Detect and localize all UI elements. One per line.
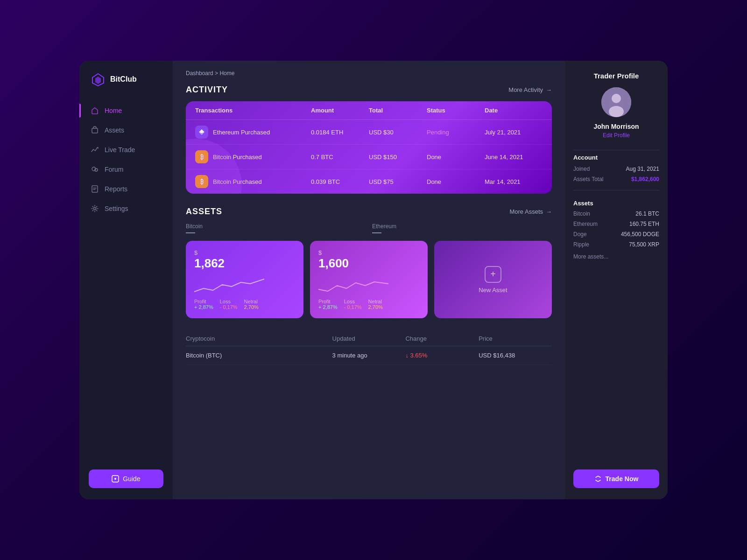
- tx-status-1: Done: [427, 154, 485, 161]
- asset-list-row-doge: Doge 456,500 DOGE: [573, 231, 659, 238]
- tx-total-1: USD $150: [369, 154, 427, 161]
- assets-grid: $ 1,862 Profit + 2,87% Loss - 0,17%: [186, 241, 552, 318]
- forum-icon: [91, 165, 99, 174]
- btc-currency: $: [194, 249, 295, 256]
- more-assets-link[interactable]: More assets...: [573, 253, 659, 260]
- ethereum-label: Ethereum: [372, 223, 552, 230]
- svg-rect-2: [92, 128, 98, 133]
- activity-header: ACTIVITY More Activity →: [186, 85, 552, 95]
- trade-icon: [594, 475, 602, 483]
- asset-value-bitcoin: 26.1 BTC: [635, 210, 659, 217]
- trader-name: John Morrison: [573, 123, 659, 130]
- new-asset-label: New Asset: [479, 287, 507, 294]
- home-icon: [91, 106, 99, 115]
- col-date: Date: [485, 107, 543, 114]
- account-joined-row: Joined Aug 31, 2021: [573, 166, 659, 172]
- asset-name-ripple: Ripple: [573, 241, 589, 248]
- account-assets-row: Assets Total $1,862,600: [573, 176, 659, 182]
- table-row: Ethereum Purchased 0.0184 ETH USD $30 Pe…: [186, 120, 552, 145]
- sidebar-item-settings[interactable]: Settings: [79, 200, 173, 217]
- tx-total-2: USD $75: [369, 178, 427, 185]
- asset-value-ethereum: 160.75 ETH: [629, 221, 659, 227]
- assets-total-value: $1,862,600: [631, 176, 659, 182]
- crypto-col-updated: Updated: [332, 335, 406, 342]
- crypto-col-price: Price: [479, 335, 552, 342]
- ethereum-card: $ 1,600 Profit + 2,87% Loss - 0,17%: [310, 241, 428, 318]
- divider-1: [573, 150, 659, 150]
- assets-icon: [91, 126, 99, 134]
- eth-currency: $: [318, 249, 419, 256]
- tx-name-btc1: ₿ Bitcoin Purchased: [195, 150, 311, 163]
- tx-name-btc2: ₿ Bitcoin Purchased: [195, 175, 311, 188]
- more-assets-link[interactable]: More Assets →: [509, 208, 552, 215]
- table-header-row: Transactions Amount Total Status Date: [186, 101, 552, 120]
- joined-label: Joined: [573, 166, 590, 172]
- asset-list-row-ethereum: Ethereum 160.75 ETH: [573, 221, 659, 227]
- asset-list-row-bitcoin: Bitcoin 26.1 BTC: [573, 210, 659, 217]
- crypto-change-0: ↓ 3.65%: [405, 352, 479, 359]
- tx-name-eth: Ethereum Purchased: [195, 126, 311, 139]
- eth-chart: [318, 275, 419, 294]
- more-activity-link[interactable]: More Activity →: [508, 86, 552, 93]
- bitcoin-label: Bitcoin: [186, 223, 366, 230]
- assets-header: ASSETS More Assets →: [186, 207, 552, 217]
- joined-value: Aug 31, 2021: [626, 166, 659, 172]
- sidebar-item-reports[interactable]: Reports: [79, 180, 173, 198]
- btc-coin-icon-2: ₿: [195, 175, 208, 188]
- tx-status-0: Pending: [427, 129, 485, 136]
- sidebar-item-home[interactable]: Home: [79, 102, 173, 119]
- col-status: Status: [427, 107, 485, 114]
- eth-coin-icon: [195, 126, 208, 139]
- tx-date-2: Mar 14, 2021: [485, 178, 543, 185]
- svg-rect-5: [92, 186, 98, 192]
- sidebar-item-forum[interactable]: Forum: [79, 161, 173, 178]
- trade-now-button[interactable]: Trade Now: [573, 469, 659, 488]
- asset-value-ripple: 75,500 XRP: [629, 241, 659, 248]
- crypto-price-0: USD $16,438: [479, 352, 552, 359]
- eth-profit: Profit + 2,87%: [318, 299, 338, 310]
- crypto-table-header: Cryptocoin Updated Change Price: [186, 331, 552, 346]
- tx-amount-0: 0.0184 ETH: [311, 129, 369, 136]
- crypto-updated-0: 3 minute ago: [332, 352, 406, 359]
- btc-profit: Profit + 2,87%: [194, 299, 213, 310]
- crypto-section: Cryptocoin Updated Change Price Bitcoin …: [186, 331, 552, 365]
- asset-list-row-ripple: Ripple 75,500 XRP: [573, 241, 659, 248]
- new-asset-card[interactable]: + New Asset: [434, 241, 552, 318]
- col-transactions: Transactions: [195, 107, 311, 114]
- activity-table: Transactions Amount Total Status Date Et…: [186, 101, 552, 194]
- btc-chart: [194, 275, 295, 294]
- right-panel: Trader Profile John Morrison Edit Profil…: [565, 61, 668, 499]
- avatar-container: [573, 87, 659, 117]
- svg-point-12: [612, 94, 621, 103]
- divider-2: [573, 190, 659, 190]
- nav-menu: Home Assets Live Trade: [79, 102, 173, 462]
- eth-netral: Netral 2,70%: [368, 299, 383, 310]
- btc-value: 1,862: [194, 256, 295, 271]
- guide-icon: [112, 475, 119, 483]
- asset-name-ethereum: Ethereum: [573, 221, 598, 227]
- assets-total-label: Assets Total: [573, 176, 603, 182]
- guide-button[interactable]: Guide: [89, 469, 163, 488]
- col-amount: Amount: [311, 107, 369, 114]
- avatar-image: [601, 87, 631, 117]
- logo: BitClub: [79, 72, 173, 102]
- asset-labels: Bitcoin Ethereum: [186, 223, 552, 238]
- tx-date-1: June 14, 2021: [485, 154, 543, 161]
- live-trade-icon: [91, 146, 99, 154]
- settings-icon: [91, 204, 99, 213]
- logo-icon: [91, 72, 106, 87]
- table-row: ₿ Bitcoin Purchased 0.039 BTC USD $75 Do…: [186, 169, 552, 194]
- edit-profile-link[interactable]: Edit Profile: [573, 132, 659, 139]
- crypto-col-change: Change: [405, 335, 479, 342]
- col-total: Total: [369, 107, 427, 114]
- ethereum-label-col: Ethereum: [372, 223, 552, 238]
- ethereum-label-underline: [372, 232, 381, 233]
- sidebar-item-assets[interactable]: Assets: [79, 121, 173, 139]
- new-asset-plus-icon: +: [485, 266, 501, 283]
- table-row: ₿ Bitcoin Purchased 0.7 BTC USD $150 Don…: [186, 145, 552, 169]
- sidebar-item-live-trade[interactable]: Live Trade: [79, 141, 173, 159]
- assets-list-title: Assets: [573, 200, 659, 207]
- crypto-col-coin: Cryptocoin: [186, 335, 332, 342]
- asset-name-doge: Doge: [573, 231, 587, 238]
- app-name: BitClub: [110, 75, 137, 84]
